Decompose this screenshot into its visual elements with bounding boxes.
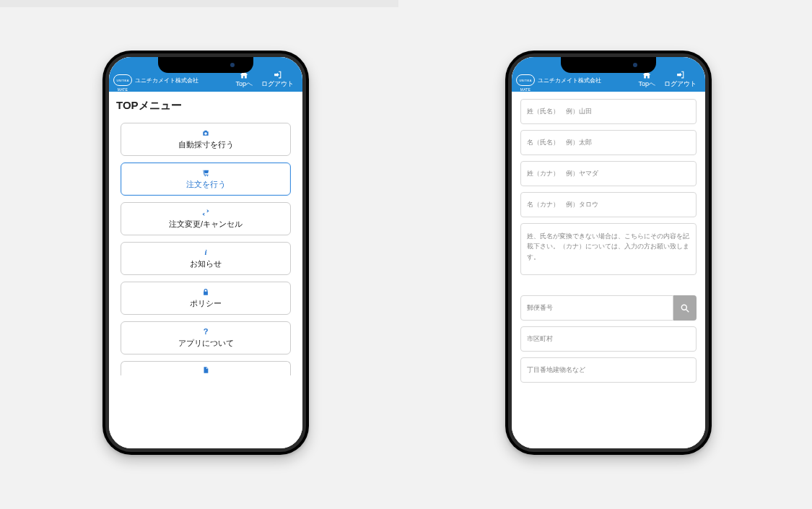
top-label: Topへ (235, 81, 253, 87)
svg-point-0 (681, 305, 686, 310)
menu-item-about[interactable]: ? アプリについて (121, 321, 291, 354)
phone-mock-left: UNITIKA ユニチカメイト株式会社 Topへ ログアウト TOPメニュー (102, 51, 309, 455)
phone-mock-right: UNITIKA ユニチカメイト株式会社 Topへ ログアウト 姓（氏名） 例）山… (505, 51, 712, 455)
menu-item-order[interactable]: 注文を行う (121, 162, 291, 196)
sei-kana-field[interactable]: 姓（カナ） 例）ヤマダ (520, 161, 697, 186)
menu-item-policy[interactable]: ポリシー (121, 282, 291, 315)
logout-icon (676, 70, 686, 79)
city-field[interactable]: 市区町村 (520, 326, 697, 352)
svg-line-1 (686, 309, 689, 312)
question-icon: ? (204, 327, 209, 336)
menu-item-change[interactable]: 注文変更/キャンセル (121, 202, 291, 235)
logout-button[interactable]: ログアウト (660, 70, 701, 90)
menu-list: 自動採寸を行う 注文を行う 注文変更/キャンセル (109, 118, 302, 386)
brand-block: UNITIKA ユニチカメイト株式会社 (516, 74, 634, 90)
zip-field[interactable]: 郵便番号 (520, 295, 673, 321)
logout-label: ログアウト (261, 81, 294, 87)
phone-notch (561, 57, 656, 73)
stage: UNITIKA ユニチカメイト株式会社 Topへ ログアウト TOPメニュー (0, 0, 812, 509)
mei-field[interactable]: 名（氏名） 例）太郎 (520, 130, 697, 155)
menu-item-label: 自動採寸を行う (178, 139, 234, 150)
info-icon: i (204, 248, 206, 256)
note-field[interactable]: 姓、氏名が変換できない場合は、こちらにその内容を記載下さい。（カナ）については、… (520, 223, 697, 275)
page-title: TOPメニュー (109, 92, 302, 118)
document-icon (202, 366, 209, 374)
menu-item-label: アプリについて (178, 338, 234, 349)
logout-icon (273, 70, 283, 79)
sei-field[interactable]: 姓（氏名） 例）山田 (520, 99, 697, 124)
form-list: 姓（氏名） 例）山田 名（氏名） 例）太郎 姓（カナ） 例）ヤマダ 名（カナ） … (512, 92, 705, 396)
camera-icon (201, 129, 210, 137)
menu-item-label: 注文変更/キャンセル (169, 219, 243, 230)
brand-logo: UNITIKA (113, 74, 132, 86)
phone-bezel: UNITIKA ユニチカメイト株式会社 Topへ ログアウト TOPメニュー (105, 53, 306, 452)
screen-left: UNITIKA ユニチカメイト株式会社 Topへ ログアウト TOPメニュー (109, 57, 302, 448)
menu-item-label: お知らせ (190, 258, 222, 269)
search-icon (680, 303, 690, 313)
brand-name: ユニチカメイト株式会社 (135, 77, 198, 84)
cart-icon (201, 169, 210, 177)
address-field[interactable]: 丁目番地建物名など (520, 357, 697, 383)
content-right: 姓（氏名） 例）山田 名（氏名） 例）太郎 姓（カナ） 例）ヤマダ 名（カナ） … (512, 92, 705, 448)
top-button[interactable]: Topへ (634, 70, 660, 90)
zip-search-button[interactable] (673, 295, 697, 321)
brand-block: UNITIKA ユニチカメイト株式会社 (113, 74, 231, 90)
menu-item-label: 注文を行う (186, 179, 226, 190)
logout-label: ログアウト (664, 81, 697, 87)
menu-item-news[interactable]: i お知らせ (121, 242, 291, 275)
spacer (520, 281, 697, 295)
zip-row: 郵便番号 (520, 295, 697, 321)
content-left: TOPメニュー 自動採寸を行う 注文を行う (109, 92, 302, 448)
screen-right: UNITIKA ユニチカメイト株式会社 Topへ ログアウト 姓（氏名） 例）山… (512, 57, 705, 448)
swap-icon (201, 209, 210, 217)
mei-kana-field[interactable]: 名（カナ） 例）タロウ (520, 192, 697, 217)
menu-item-label: ポリシー (190, 298, 222, 309)
menu-item-measure[interactable]: 自動採寸を行う (121, 123, 291, 156)
phone-notch (158, 57, 253, 73)
lock-icon (202, 288, 209, 296)
phone-bezel: UNITIKA ユニチカメイト株式会社 Topへ ログアウト 姓（氏名） 例）山… (508, 53, 709, 452)
top-label: Topへ (638, 81, 655, 87)
logout-button[interactable]: ログアウト (257, 70, 298, 90)
menu-item-doc[interactable] (121, 361, 291, 375)
top-button[interactable]: Topへ (231, 70, 257, 90)
brand-name: ユニチカメイト株式会社 (538, 77, 601, 84)
brand-logo: UNITIKA (516, 74, 535, 86)
